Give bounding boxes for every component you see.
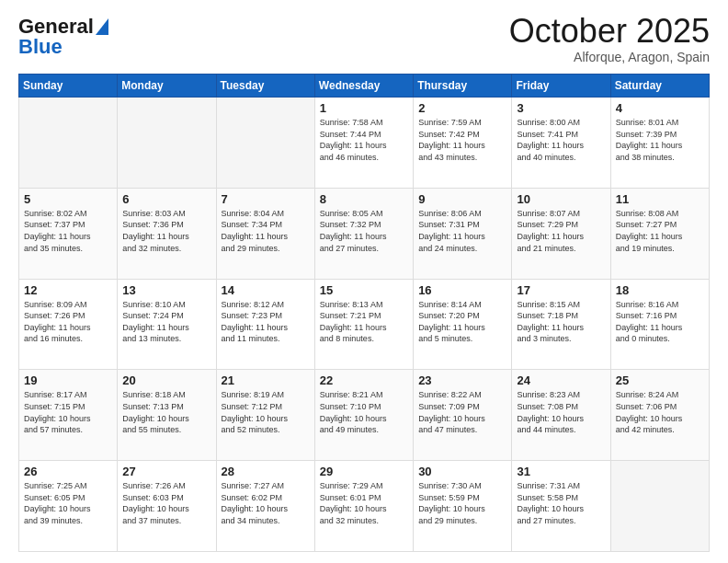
day-info: Sunrise: 8:05 AM Sunset: 7:32 PM Dayligh… [320,208,408,254]
day-number: 14 [222,283,310,297]
day-info: Sunrise: 8:12 AM Sunset: 7:23 PM Dayligh… [222,299,310,345]
calendar-cell: 31Sunrise: 7:31 AM Sunset: 5:58 PM Dayli… [512,461,610,552]
day-info: Sunrise: 8:23 AM Sunset: 7:08 PM Dayligh… [517,389,605,435]
calendar-header-tuesday: Tuesday [216,75,314,98]
calendar-header-wednesday: Wednesday [314,75,413,98]
calendar-cell: 10Sunrise: 8:07 AM Sunset: 7:29 PM Dayli… [512,188,610,279]
day-number: 31 [517,465,605,478]
calendar-cell: 19Sunrise: 8:17 AM Sunset: 7:15 PM Dayli… [19,370,118,461]
calendar-cell: 17Sunrise: 8:15 AM Sunset: 7:18 PM Dayli… [512,279,610,370]
day-info: Sunrise: 8:22 AM Sunset: 7:09 PM Dayligh… [418,389,506,435]
day-number: 17 [517,283,605,297]
title-section: October 2025 Alforque, Aragon, Spain [509,15,710,64]
calendar-cell: 7Sunrise: 8:04 AM Sunset: 7:34 PM Daylig… [216,188,314,279]
day-info: Sunrise: 8:03 AM Sunset: 7:36 PM Dayligh… [122,208,210,254]
calendar-cell: 4Sunrise: 8:01 AM Sunset: 7:39 PM Daylig… [610,98,709,189]
calendar-cell [118,98,216,189]
month-title: October 2025 [509,15,710,48]
calendar-cell: 12Sunrise: 8:09 AM Sunset: 7:26 PM Dayli… [19,279,118,370]
day-number: 20 [122,373,210,387]
day-info: Sunrise: 8:07 AM Sunset: 7:29 PM Dayligh… [517,208,605,254]
day-info: Sunrise: 7:25 AM Sunset: 6:05 PM Dayligh… [24,480,112,526]
calendar-cell: 15Sunrise: 8:13 AM Sunset: 7:21 PM Dayli… [314,279,413,370]
calendar-header-monday: Monday [118,75,216,98]
calendar-cell: 20Sunrise: 8:18 AM Sunset: 7:13 PM Dayli… [118,370,216,461]
day-info: Sunrise: 7:27 AM Sunset: 6:02 PM Dayligh… [222,480,310,526]
day-number: 2 [418,101,506,115]
day-number: 12 [24,283,112,297]
day-info: Sunrise: 7:26 AM Sunset: 6:03 PM Dayligh… [122,480,210,526]
day-info: Sunrise: 8:17 AM Sunset: 7:15 PM Dayligh… [24,389,112,435]
logo-blue: Blue [18,35,63,59]
calendar-cell: 25Sunrise: 8:24 AM Sunset: 7:06 PM Dayli… [610,370,709,461]
calendar-header-friday: Friday [512,75,610,98]
day-number: 8 [320,192,408,206]
day-number: 26 [24,465,112,478]
day-number: 15 [320,283,408,297]
day-number: 7 [222,192,310,206]
day-info: Sunrise: 8:10 AM Sunset: 7:24 PM Dayligh… [122,299,210,345]
day-info: Sunrise: 8:19 AM Sunset: 7:12 PM Dayligh… [222,389,310,435]
day-number: 30 [418,465,506,478]
calendar-cell: 27Sunrise: 7:26 AM Sunset: 6:03 PM Dayli… [118,461,216,552]
calendar-cell: 5Sunrise: 8:02 AM Sunset: 7:37 PM Daylig… [19,188,118,279]
page: General Blue October 2025 Alforque, Arag… [0,0,728,563]
calendar-cell: 22Sunrise: 8:21 AM Sunset: 7:10 PM Dayli… [314,370,413,461]
day-number: 13 [122,283,210,297]
day-number: 29 [320,465,408,478]
calendar-week-row: 5Sunrise: 8:02 AM Sunset: 7:37 PM Daylig… [19,188,710,279]
day-info: Sunrise: 8:00 AM Sunset: 7:41 PM Dayligh… [517,117,605,163]
day-number: 18 [616,283,704,297]
calendar-cell: 18Sunrise: 8:16 AM Sunset: 7:16 PM Dayli… [610,279,709,370]
calendar-cell: 24Sunrise: 8:23 AM Sunset: 7:08 PM Dayli… [512,370,610,461]
calendar-cell: 23Sunrise: 8:22 AM Sunset: 7:09 PM Dayli… [414,370,512,461]
day-info: Sunrise: 8:15 AM Sunset: 7:18 PM Dayligh… [517,299,605,345]
day-info: Sunrise: 7:31 AM Sunset: 5:58 PM Dayligh… [517,480,605,526]
day-info: Sunrise: 8:08 AM Sunset: 7:27 PM Dayligh… [616,208,704,254]
day-number: 6 [122,192,210,206]
calendar-cell [216,98,314,189]
calendar-week-row: 26Sunrise: 7:25 AM Sunset: 6:05 PM Dayli… [19,461,710,552]
calendar-header-saturday: Saturday [610,75,709,98]
day-number: 11 [616,192,704,206]
calendar-header-row: SundayMondayTuesdayWednesdayThursdayFrid… [19,75,710,98]
calendar-cell: 11Sunrise: 8:08 AM Sunset: 7:27 PM Dayli… [610,188,709,279]
calendar-cell [19,98,118,189]
day-info: Sunrise: 8:06 AM Sunset: 7:31 PM Dayligh… [418,208,506,254]
day-info: Sunrise: 8:01 AM Sunset: 7:39 PM Dayligh… [616,117,704,163]
day-number: 24 [517,373,605,387]
day-number: 4 [616,101,704,115]
day-number: 16 [418,283,506,297]
calendar-cell: 28Sunrise: 7:27 AM Sunset: 6:02 PM Dayli… [216,461,314,552]
day-number: 5 [24,192,112,206]
day-number: 3 [517,101,605,115]
day-number: 23 [418,373,506,387]
calendar-header-sunday: Sunday [19,75,118,98]
day-info: Sunrise: 8:24 AM Sunset: 7:06 PM Dayligh… [616,389,704,435]
calendar-cell: 30Sunrise: 7:30 AM Sunset: 5:59 PM Dayli… [414,461,512,552]
day-info: Sunrise: 8:18 AM Sunset: 7:13 PM Dayligh… [122,389,210,435]
day-info: Sunrise: 7:58 AM Sunset: 7:44 PM Dayligh… [320,117,408,163]
calendar-cell: 1Sunrise: 7:58 AM Sunset: 7:44 PM Daylig… [314,98,413,189]
day-info: Sunrise: 7:30 AM Sunset: 5:59 PM Dayligh… [418,480,506,526]
day-number: 25 [616,373,704,387]
calendar-header-thursday: Thursday [414,75,512,98]
day-info: Sunrise: 8:21 AM Sunset: 7:10 PM Dayligh… [320,389,408,435]
calendar-cell: 14Sunrise: 8:12 AM Sunset: 7:23 PM Dayli… [216,279,314,370]
calendar-cell: 8Sunrise: 8:05 AM Sunset: 7:32 PM Daylig… [314,188,413,279]
day-info: Sunrise: 8:04 AM Sunset: 7:34 PM Dayligh… [222,208,310,254]
calendar-cell: 26Sunrise: 7:25 AM Sunset: 6:05 PM Dayli… [19,461,118,552]
day-number: 22 [320,373,408,387]
calendar-table: SundayMondayTuesdayWednesdayThursdayFrid… [18,74,710,552]
calendar-cell: 21Sunrise: 8:19 AM Sunset: 7:12 PM Dayli… [216,370,314,461]
day-info: Sunrise: 8:02 AM Sunset: 7:37 PM Dayligh… [24,208,112,254]
day-number: 9 [418,192,506,206]
day-number: 19 [24,373,112,387]
location-subtitle: Alforque, Aragon, Spain [509,50,710,64]
calendar-cell: 3Sunrise: 8:00 AM Sunset: 7:41 PM Daylig… [512,98,610,189]
day-number: 27 [122,465,210,478]
calendar-cell: 13Sunrise: 8:10 AM Sunset: 7:24 PM Dayli… [118,279,216,370]
calendar-week-row: 1Sunrise: 7:58 AM Sunset: 7:44 PM Daylig… [19,98,710,189]
logo: General Blue [18,15,108,59]
calendar-cell: 9Sunrise: 8:06 AM Sunset: 7:31 PM Daylig… [414,188,512,279]
